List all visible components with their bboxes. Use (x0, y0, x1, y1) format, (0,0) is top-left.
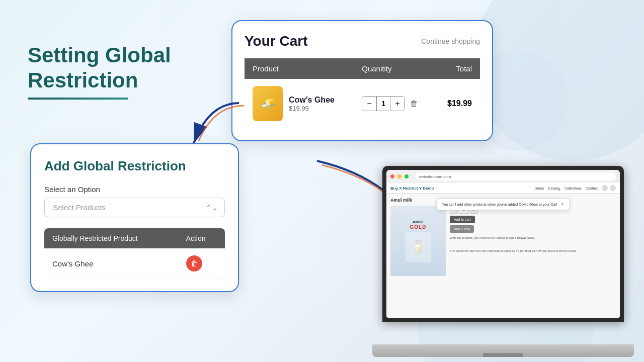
heading-underline (28, 98, 128, 100)
select-option-label: Select an Option (44, 185, 225, 194)
restricted-product-action: 🗑 (178, 248, 225, 279)
cart-header: Your Cart Continue shopping (245, 33, 480, 49)
qty-increase-button[interactable]: + (390, 97, 405, 111)
restriction-table-header: Globally Restricted Product Action (44, 228, 225, 248)
browser-maximize-dot (405, 174, 409, 178)
browser-close-dot (390, 174, 394, 178)
product-page-content: AMUL GOLD 🥛 − 1 + Add to (390, 206, 616, 276)
product-cell: 🧈 Cow's Ghee $19.99 (253, 86, 346, 121)
product-image: 🧈 (253, 86, 283, 121)
url-bar[interactable]: websitename.com (416, 172, 616, 180)
product-name: Cow's Ghee (289, 96, 335, 105)
browser-add-to-cart-button[interactable]: Add to cart (450, 216, 475, 223)
toast-message: You can't add other products when you've… (442, 203, 557, 206)
qty-decrease-button[interactable]: − (362, 97, 376, 111)
restriction-panel-title: Add Global Restriction (44, 158, 225, 174)
restricted-product-row: Cow's Ghee 🗑 (44, 248, 225, 279)
nav-collections[interactable]: Collections (565, 187, 582, 190)
laptop-notch (483, 353, 523, 357)
cart-item-row: 🧈 Cow's Ghee $19.99 − 1 + (245, 79, 480, 128)
heading-line1: Setting Global Restriction (28, 43, 171, 94)
toast-close-icon[interactable]: ✕ (560, 202, 565, 207)
cart-title: Your Cart (245, 33, 308, 49)
cart-item-product: 🧈 Cow's Ghee $19.99 (245, 79, 354, 128)
continue-shopping-link[interactable]: Continue shopping (421, 37, 480, 45)
restricted-product-name: Cow's Ghee (44, 248, 178, 279)
delete-restriction-button[interactable]: 🗑 (186, 255, 202, 272)
select-wrapper: Select Products ⌃⌄ (44, 198, 225, 217)
browser-minimize-dot (397, 174, 401, 178)
product-page-image: AMUL GOLD 🥛 (390, 206, 446, 276)
main-heading: Setting Global Restriction (28, 43, 171, 100)
search-icon[interactable] (602, 185, 608, 191)
col-quantity: Quanitity (354, 58, 435, 79)
col-restricted-product: Globally Restricted Product (44, 228, 178, 248)
browser-content: Buy X Restrict Y Demo Home Catalog Colle… (386, 183, 620, 318)
account-icon[interactable] (610, 185, 616, 191)
cart-table: Product Quanitity Total 🧈 Cow's Ghee $19… (245, 58, 480, 128)
browser-chrome: websitename.com (386, 170, 620, 183)
remove-item-icon[interactable]: 🗑 (410, 99, 418, 108)
restriction-table: Globally Restricted Product Action Cow's… (44, 228, 225, 279)
quantity-control: − 1 + (362, 96, 405, 111)
nav-home[interactable]: Home (535, 187, 544, 190)
amul-logo: GOLD (410, 224, 427, 230)
browser-product-desc-2: The customer can't buy this individual p… (450, 249, 616, 253)
amul-visual: AMUL GOLD 🥛 (390, 206, 446, 276)
browser-nav: Buy X Restrict Y Demo Home Catalog Colle… (386, 183, 620, 194)
laptop-mockup: websitename.com Buy X Restrict Y Demo Ho… (372, 166, 634, 357)
trash-icon: 🗑 (191, 259, 198, 267)
item-total-price: $19.99 (443, 99, 472, 108)
browser-nav-icons (602, 185, 616, 191)
col-product: Product (245, 58, 354, 79)
cart-item-quantity: − 1 + 🗑 (354, 79, 435, 128)
url-text: websitename.com (419, 174, 451, 179)
product-emoji: 🧈 (260, 96, 276, 112)
products-select[interactable]: Select Products (44, 198, 225, 217)
cart-panel: Your Cart Continue shopping Product Quan… (231, 20, 493, 141)
nav-contact[interactable]: Contact (586, 187, 598, 190)
col-total: Total (435, 58, 480, 79)
product-page-info: − 1 + Add to cart Buy it now With this p… (450, 206, 616, 276)
cart-table-header-row: Product Quanitity Total (245, 58, 480, 79)
restriction-panel: Add Global Restriction Select an Option … (30, 143, 239, 292)
qty-value: 1 (376, 97, 390, 111)
laptop-screen: websitename.com Buy X Restrict Y Demo Ho… (382, 166, 624, 322)
toast-notification: You can't add other products when you've… (436, 198, 570, 210)
laptop-base (372, 344, 634, 357)
nav-catalog[interactable]: Catalog (548, 187, 560, 190)
col-action: Action (178, 228, 225, 248)
cart-item-total: $19.99 (435, 79, 480, 128)
browser-product-desc-1: With this product, you need to buy Wheat… (450, 236, 616, 240)
browser-buy-now-button[interactable]: Buy it now (450, 225, 474, 233)
product-info: Cow's Ghee $19.99 (289, 96, 335, 112)
product-price: $19.99 (289, 105, 335, 112)
store-logo: Buy X Restrict Y Demo (390, 186, 434, 191)
